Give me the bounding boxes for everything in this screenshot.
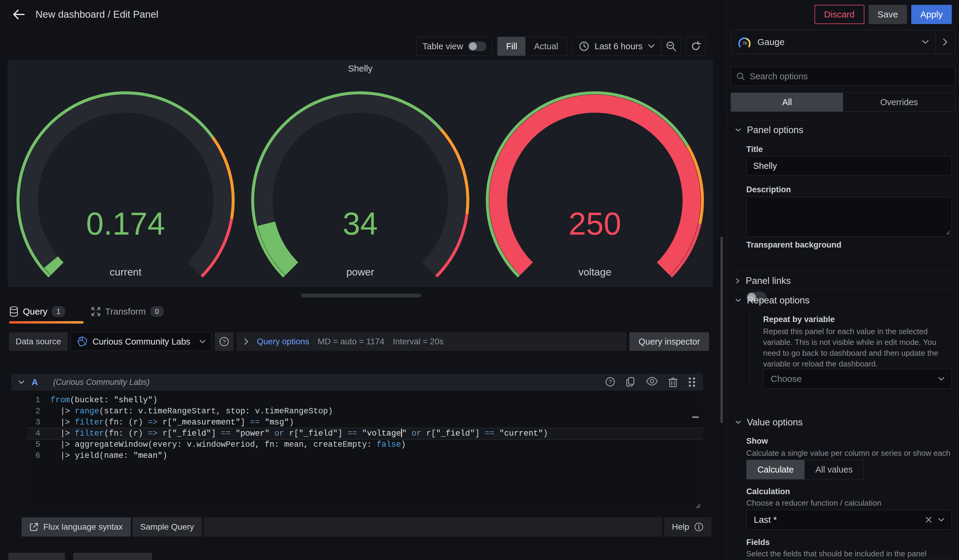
transparent-bg-label: Transparent background <box>746 240 841 250</box>
calculate-option[interactable]: Calculate <box>747 460 804 479</box>
viz-suggestions-button[interactable] <box>935 30 955 54</box>
code-line[interactable]: 6 |> yield(name: "mean") <box>27 450 703 461</box>
vertical-scrollbar[interactable] <box>720 237 723 423</box>
delete-query-icon[interactable] <box>668 377 678 388</box>
zoom-out-icon[interactable] <box>661 37 681 56</box>
code-line[interactable]: 3 |> filter(fn: (r) => r["_measurement"]… <box>27 417 703 428</box>
code-line[interactable]: 4 |> filter(fn: (r) => r["_field"] == "p… <box>27 428 703 439</box>
viz-name: Gauge <box>757 37 916 47</box>
editor-tabbar: Query 1 Transform 0 <box>0 302 726 324</box>
bottom-cutoff-button[interactable] <box>73 553 152 560</box>
code-line[interactable]: 2 |> range(start: v.timeRangeStart, stop… <box>27 406 703 417</box>
all-values-option[interactable]: All values <box>804 460 863 479</box>
actual-tab[interactable]: Actual <box>526 37 567 56</box>
footer-spacer <box>204 517 663 536</box>
show-label: Show <box>746 436 768 446</box>
tab-query[interactable]: Query 1 <box>9 302 65 321</box>
section-repeat-options[interactable]: Repeat options <box>736 295 810 306</box>
gauge-label: voltage <box>578 266 612 278</box>
gauge-current: 0.174current <box>8 75 243 286</box>
refresh-icon[interactable] <box>686 37 706 56</box>
section-title: Repeat options <box>747 295 810 306</box>
description-textarea[interactable] <box>746 197 952 237</box>
gauge-viz-icon: 79 <box>738 37 751 48</box>
apply-button[interactable]: Apply <box>911 5 952 24</box>
tab-overrides[interactable]: Overrides <box>843 93 955 111</box>
query-inspector-button[interactable]: Query inspector <box>629 332 709 351</box>
drag-handle-icon[interactable] <box>688 377 696 388</box>
chevron-down-icon <box>736 299 741 302</box>
query-options-link[interactable]: Query options <box>257 337 309 347</box>
svg-text:?: ? <box>609 379 612 385</box>
repeat-select-placeholder: Choose <box>771 374 938 384</box>
section-title: Value options <box>747 417 803 428</box>
calculation-select[interactable]: Last * <box>746 510 952 530</box>
svg-text:79: 79 <box>742 41 747 46</box>
back-arrow-icon[interactable] <box>11 5 26 24</box>
query-count-badge: 1 <box>52 306 65 317</box>
active-tab-underline <box>9 321 83 324</box>
gauge-value: 34 <box>343 206 378 241</box>
code-line[interactable]: 5 |> aggregateWindow(every: v.windowPeri… <box>27 439 703 450</box>
chevron-down-icon <box>648 44 655 48</box>
section-indent-guide <box>749 309 750 388</box>
chevron-down-icon <box>199 340 206 344</box>
gauge-row: 0.174current 34power 250voltage <box>8 75 712 286</box>
datasource-picker[interactable]: Curious Community Labs <box>71 332 212 351</box>
datasource-help-icon[interactable]: ? <box>215 332 233 351</box>
options-search[interactable] <box>731 67 956 86</box>
help-label: Help <box>672 522 689 532</box>
clock-icon <box>579 41 589 51</box>
panel-title-input[interactable] <box>753 161 945 171</box>
section-value-options[interactable]: Value options <box>736 417 803 428</box>
gauge-voltage: 250voltage <box>478 75 712 286</box>
section-panel-options[interactable]: Panel options <box>736 125 803 135</box>
editor-resize-handle[interactable] <box>694 502 701 508</box>
overview-ruler-mark <box>692 417 699 418</box>
discard-button[interactable]: Discard <box>814 5 864 24</box>
chevron-right-icon <box>943 38 948 46</box>
flux-syntax-button[interactable]: Flux language syntax <box>22 517 131 536</box>
query-row-header[interactable]: A (Curious Community Labs) ? <box>11 374 703 391</box>
query-options-bar[interactable]: Query options MD = auto = 1174 Interval … <box>236 332 626 351</box>
calculation-label: Calculation <box>746 487 790 496</box>
sample-query-button[interactable]: Sample Query <box>132 517 202 536</box>
query-help-icon[interactable]: ? <box>605 377 615 388</box>
panel-preview: Shelly 0.174current 34power 250voltage <box>8 60 713 287</box>
fields-desc: Select the fields that should be include… <box>746 549 957 559</box>
gauge-label: power <box>346 266 374 278</box>
gauge-value: 0.174 <box>86 206 165 241</box>
viz-select[interactable]: 79 Gauge <box>731 30 935 54</box>
datasource-name: Curious Community Labs <box>92 337 195 347</box>
repeat-help-text: Repeat this panel for each value in the … <box>763 326 956 369</box>
visualization-picker: 79 Gauge <box>731 30 956 54</box>
flux-code-editor[interactable]: 1from(bucket: "shelly")2 |> range(start:… <box>27 391 703 511</box>
duplicate-query-icon[interactable] <box>626 377 636 388</box>
calculation-desc: Choose a reducer function / calculation <box>746 498 957 509</box>
panel-preview-title: Shelly <box>8 60 712 73</box>
time-range-picker[interactable]: Last 6 hours <box>572 37 661 56</box>
save-button[interactable]: Save <box>868 5 907 24</box>
bottom-cutoff-button[interactable] <box>8 553 65 560</box>
chevron-down-icon <box>938 518 944 522</box>
search-input[interactable] <box>750 72 950 81</box>
table-view-group: Table view <box>416 37 492 56</box>
pane-resize-handle[interactable] <box>301 294 421 298</box>
edit-panel-page: New dashboard / Edit Panel Discard Save … <box>0 0 959 560</box>
chevron-down-icon <box>922 40 929 44</box>
repeat-variable-select[interactable]: Choose <box>763 369 952 389</box>
tab-all[interactable]: All <box>731 93 843 111</box>
section-panel-links[interactable]: Panel links <box>736 275 791 286</box>
title-label: Title <box>746 145 763 154</box>
show-mode-group: Calculate All values <box>746 460 864 479</box>
max-datapoints-value: MD = auto = 1174 <box>317 337 384 347</box>
table-view-toggle[interactable] <box>468 41 486 51</box>
toggle-visibility-icon[interactable] <box>646 377 658 388</box>
fill-tab[interactable]: Fill <box>497 37 526 56</box>
code-line[interactable]: 1from(bucket: "shelly") <box>27 395 703 406</box>
fields-select-cutoff[interactable] <box>746 558 952 560</box>
help-button[interactable]: Help <box>664 517 711 536</box>
gauge-label: current <box>110 266 142 278</box>
transform-count-badge: 0 <box>150 306 164 317</box>
tab-transform[interactable]: Transform 0 <box>91 302 164 321</box>
